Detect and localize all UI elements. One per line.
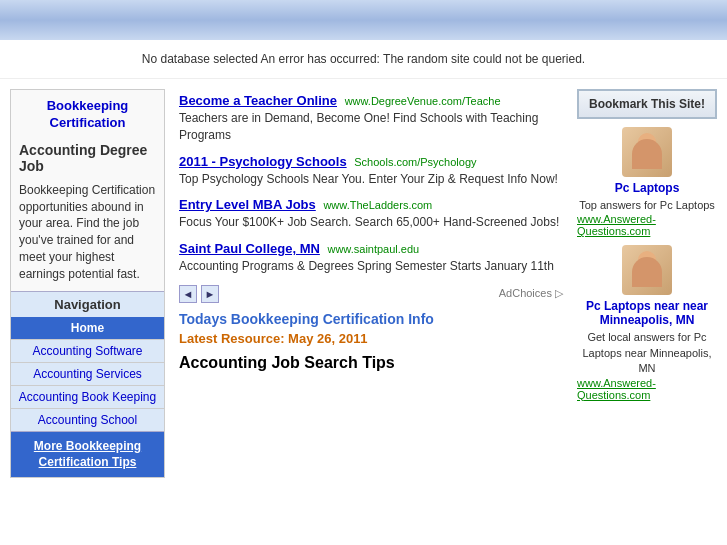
ad-link-3[interactable]: Saint Paul College, MN [179,241,320,256]
section-title: Todays Bookkeeping Certification Info [179,311,563,327]
right-ad-1-title[interactable]: Pc Laptops [615,181,680,195]
nav-section: Navigation Home Accounting Software Acco… [11,291,164,478]
right-sidebar: Bookmark This Site! Pc Laptops Top answe… [577,89,717,478]
latest-resource: Latest Resource: May 26, 2011 [179,331,563,346]
nav-header: Navigation [11,292,164,317]
main-container: Bookkeeping Certification Accounting Deg… [0,79,727,488]
ad-url-1: Schools.com/Psychology [354,156,476,168]
error-message: No database selected An error has occurr… [142,52,585,66]
sidebar-item-accounting-school[interactable]: Accounting School [11,408,164,431]
ad-block-2: Entry Level MBA Jobs www.TheLadders.com … [179,197,563,231]
right-ad-2-subtitle: near [654,299,683,313]
bookmark-button[interactable]: Bookmark This Site! [577,89,717,119]
sidebar-description: Bookkeeping Certification opportunities … [11,178,164,291]
right-ad-1: Pc Laptops Top answers for Pc Laptops ww… [577,127,717,237]
ad-block-3: Saint Paul College, MN www.saintpaul.edu… [179,241,563,275]
ad-link-1[interactable]: 2011 - Psychology Schools [179,154,347,169]
ad-block-1: 2011 - Psychology Schools Schools.com/Ps… [179,154,563,188]
right-ad-1-avatar [622,127,672,177]
page-heading: Accounting Job Search Tips [179,354,563,372]
ad-desc-3: Accounting Programs & Degrees Spring Sem… [179,258,563,275]
right-ad-2: Pc Laptops near near Minneapolis, MN Get… [577,245,717,400]
right-ad-2-link[interactable]: www.Answered-Questions.com [577,377,717,401]
sidebar-title: Bookkeeping Certification [11,90,164,136]
sidebar-item-accounting-services[interactable]: Accounting Services [11,362,164,385]
ad-desc-2: Focus Your $100K+ Job Search. Search 65,… [179,214,563,231]
right-ad-1-link[interactable]: www.Answered-Questions.com [577,213,717,237]
right-ad-1-desc: Top answers for Pc Laptops [579,198,715,213]
ad-choices-label: AdChoices ▷ [499,287,563,300]
sidebar-title2: Accounting Degree Job [11,136,164,178]
ad-url-0: www.DegreeVenue.com/Teache [345,95,501,107]
right-ad-2-title[interactable]: Pc Laptops near near Minneapolis, MN [577,299,717,327]
ad-next-button[interactable]: ► [201,285,219,303]
ad-url-2: www.TheLadders.com [323,199,432,211]
avatar-body-1 [632,139,662,169]
ad-block-0: Become a Teacher Online www.DegreeVenue.… [179,93,563,144]
error-bar: No database selected An error has occurr… [0,40,727,79]
sidebar-item-accounting-bookkeeping[interactable]: Accounting Book Keeping [11,385,164,408]
ad-desc-0: Teachers are in Demand, Become One! Find… [179,110,563,144]
nav-home[interactable]: Home [11,317,164,339]
right-ad-2-avatar [622,245,672,295]
center-content: Become a Teacher Online www.DegreeVenue.… [173,89,569,478]
avatar-body-2 [632,257,662,287]
ad-navigation: ◄ ► AdChoices ▷ [179,285,563,303]
header-bar [0,0,727,40]
sidebar-item-more[interactable]: More Bookkeeping Certification Tips [11,431,164,478]
ad-desc-1: Top Psychology Schools Near You. Enter Y… [179,171,563,188]
right-ad-2-desc2: Laptops near Minneapolis, MN [577,346,717,377]
right-ad-2-desc1: Get local answers for Pc [587,330,706,345]
ad-link-2[interactable]: Entry Level MBA Jobs [179,197,316,212]
sidebar-item-accounting-software[interactable]: Accounting Software [11,339,164,362]
ad-url-3: www.saintpaul.edu [327,243,419,255]
ad-prev-button[interactable]: ◄ [179,285,197,303]
ad-link-0[interactable]: Become a Teacher Online [179,93,337,108]
left-sidebar: Bookkeeping Certification Accounting Deg… [10,89,165,478]
